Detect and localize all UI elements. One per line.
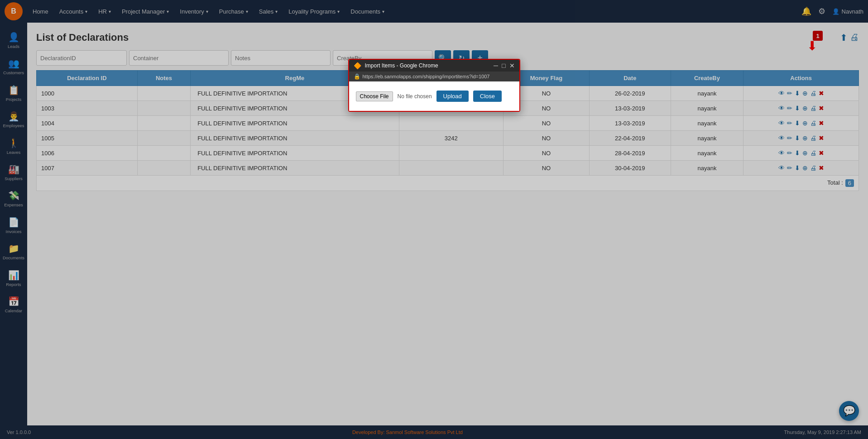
choose-file-button[interactable]: Choose File	[356, 91, 393, 101]
dialog-maximize[interactable]: □	[502, 62, 505, 69]
dialog-titlebar: 🔶 Import Items - Google Chrome ─ □ ✕	[349, 60, 519, 72]
upload-button[interactable]: Upload	[436, 91, 469, 102]
dialog-body: Choose File No file chosen Upload Close	[349, 81, 519, 111]
dialog-minimize[interactable]: ─	[494, 62, 498, 69]
dialog-addressbar: 🔒 https://eb.sanmolapps.com/shipping/imp…	[349, 72, 519, 81]
dialog-title: Import Items - Google Chrome	[365, 62, 438, 69]
dialog-backdrop: 🔶 Import Items - Google Chrome ─ □ ✕ 🔒 h…	[0, 0, 868, 439]
dialog-close-x[interactable]: ✕	[509, 62, 515, 69]
import-dialog: 🔶 Import Items - Google Chrome ─ □ ✕ 🔒 h…	[348, 59, 520, 112]
chrome-icon: 🔶	[354, 62, 361, 69]
no-file-text: No file chosen	[398, 93, 432, 100]
dialog-url: https://eb.sanmolapps.com/shipping/impor…	[363, 74, 490, 79]
lock-icon: 🔒	[354, 73, 360, 80]
close-dialog-button[interactable]: Close	[473, 91, 502, 102]
